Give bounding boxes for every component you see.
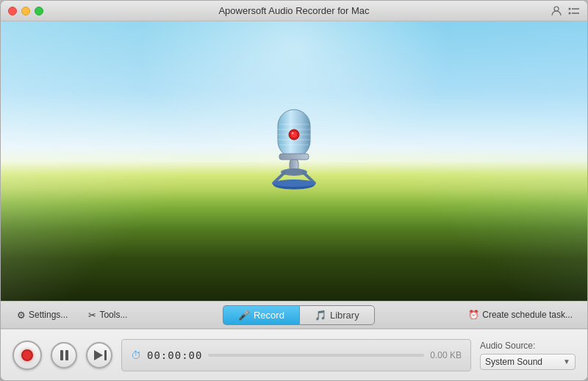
library-tab-label: Library <box>330 310 359 321</box>
file-size-display: 0.00 KB <box>430 350 462 360</box>
record-button[interactable] <box>12 341 42 370</box>
pause-button[interactable] <box>51 342 77 368</box>
audio-source-panel: Audio Source: System Sound ▼ <box>480 341 576 370</box>
main-window: Apowersoft Audio Recorder for Mac <box>0 0 588 381</box>
bottom-controls: ⏱ 00:00:00 0.00 KB Audio Source: System … <box>1 329 587 380</box>
user-icon[interactable] <box>551 5 562 17</box>
schedule-label: Create schedule task... <box>482 310 573 320</box>
settings-label: Settings... <box>29 310 68 320</box>
microphone-illustration <box>257 104 331 199</box>
record-tab-label: Record <box>254 310 284 321</box>
close-button[interactable] <box>8 7 17 15</box>
tab-library[interactable]: 🎵 Library <box>299 305 375 325</box>
progress-area: ⏱ 00:00:00 0.00 KB <box>121 339 471 371</box>
audio-source-select[interactable]: System Sound ▼ <box>480 354 576 370</box>
clock-icon: ⏰ <box>468 310 479 320</box>
pause-icon <box>60 350 68 360</box>
play-skip-button[interactable] <box>86 342 112 368</box>
window-title: Apowersoft Audio Recorder for Mac <box>218 5 369 16</box>
time-icon: ⏱ <box>131 349 141 361</box>
svg-rect-14 <box>279 154 309 160</box>
svg-point-1 <box>569 7 571 10</box>
svg-point-18 <box>273 179 315 187</box>
titlebar: Apowersoft Audio Recorder for Mac <box>1 1 587 21</box>
toolbar-right: ⏰ Create schedule task... <box>462 307 578 323</box>
tools-label: Tools... <box>99 310 127 320</box>
traffic-lights <box>8 7 43 15</box>
gear-icon: ⚙ <box>17 310 26 321</box>
mic-icon: 🎤 <box>238 310 250 321</box>
tools-icon: ✂ <box>88 310 96 321</box>
toolbar: ⚙ Settings... ✂ Tools... 🎤 Record 🎵 Libr… <box>1 301 587 329</box>
schedule-button[interactable]: ⏰ Create schedule task... <box>462 307 578 323</box>
play-skip-icon <box>93 350 107 360</box>
titlebar-right-icons <box>551 5 580 17</box>
record-dot-icon <box>21 349 33 361</box>
time-display: 00:00:00 <box>147 349 202 361</box>
svg-point-0 <box>554 7 559 11</box>
library-icon: 🎵 <box>315 310 326 321</box>
maximize-button[interactable] <box>35 7 43 15</box>
progress-track[interactable] <box>208 354 424 357</box>
minimize-button[interactable] <box>21 7 30 15</box>
chevron-down-icon: ▼ <box>563 357 570 366</box>
tab-record[interactable]: 🎤 Record <box>223 305 299 325</box>
settings-button[interactable]: ⚙ Settings... <box>10 307 75 324</box>
svg-point-2 <box>569 12 571 14</box>
svg-point-13 <box>292 132 294 135</box>
main-visual-area <box>1 21 587 301</box>
tab-group: 🎤 Record 🎵 Library <box>140 305 456 325</box>
tools-button[interactable]: ✂ Tools... <box>81 307 135 324</box>
menu-icon[interactable] <box>568 5 580 17</box>
audio-source-label: Audio Source: <box>480 341 576 351</box>
audio-source-value: System Sound <box>485 357 560 367</box>
